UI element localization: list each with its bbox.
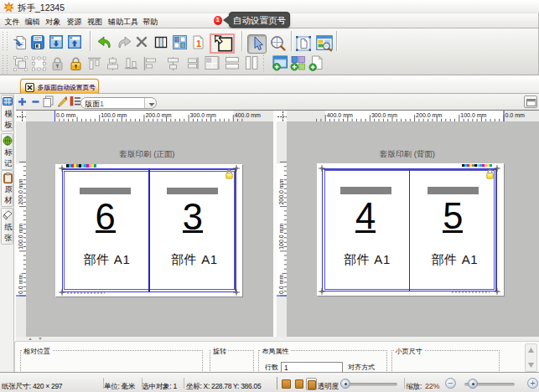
svg-text:300.0 mm: 300.0 mm	[371, 112, 397, 118]
svg-text:200.0 mm: 200.0 mm	[278, 178, 284, 204]
svg-text:100.0 mm: 100.0 mm	[460, 112, 486, 118]
svg-text:0.0 mm: 0.0 mm	[278, 274, 284, 294]
svg-text:2: 2	[175, 37, 178, 42]
svg-text:100.0 mm: 100.0 mm	[101, 112, 127, 118]
svg-text:1: 1	[196, 39, 201, 49]
svg-text:200.0 mm: 200.0 mm	[145, 112, 171, 118]
svg-text:400.0 mm: 400.0 mm	[235, 112, 261, 118]
svg-text:300.0 mm: 300.0 mm	[190, 112, 216, 118]
svg-text:200.0 mm: 200.0 mm	[18, 178, 23, 204]
svg-text:0.0 mm: 0.0 mm	[18, 274, 23, 294]
svg-text:0.0 mm: 0.0 mm	[505, 112, 526, 118]
svg-text:400.0 mm: 400.0 mm	[327, 112, 353, 118]
svg-text:200.0 mm: 200.0 mm	[416, 112, 442, 118]
svg-text:100.0 mm: 100.0 mm	[18, 224, 23, 250]
svg-text:100.0 mm: 100.0 mm	[278, 224, 284, 250]
svg-text:0.0 mm: 0.0 mm	[56, 112, 76, 118]
svg-text:3: 3	[181, 43, 184, 48]
